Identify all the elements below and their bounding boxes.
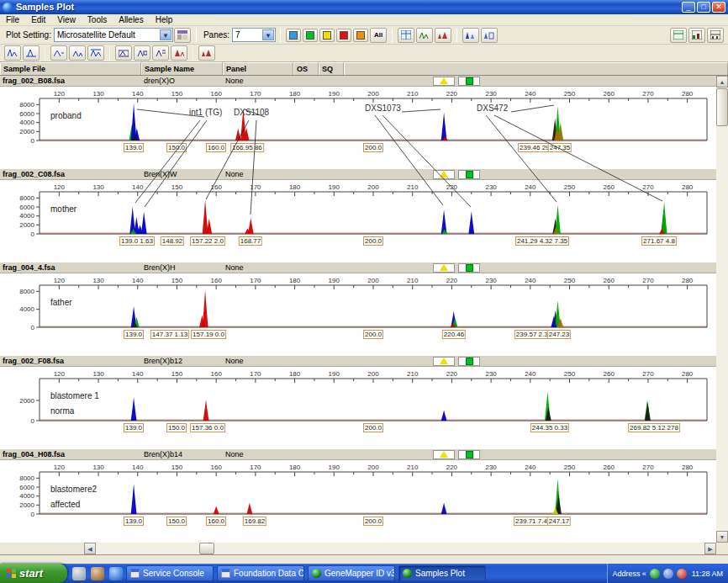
- menu-view[interactable]: View: [51, 15, 82, 24]
- tray-volume-icon[interactable]: [663, 569, 673, 579]
- column-sq[interactable]: SQ: [319, 62, 344, 75]
- electropherogram-plot[interactable]: 1201301401501601701801902002102202302402…: [0, 180, 716, 262]
- zoom-out-x-button[interactable]: [69, 45, 86, 61]
- label-peaks-button[interactable]: [152, 45, 169, 61]
- column-os[interactable]: OS: [293, 62, 319, 75]
- os-flag[interactable]: [433, 357, 455, 366]
- menu-alleles[interactable]: Alleles: [113, 15, 149, 24]
- report-button[interactable]: [198, 45, 215, 61]
- svg-text:240: 240: [525, 370, 536, 378]
- column-sample-file[interactable]: Sample File: [0, 62, 141, 75]
- scroll-up-button[interactable]: ▲: [716, 76, 728, 87]
- svg-text:250: 250: [564, 90, 576, 98]
- scroll-left-button[interactable]: ◀: [84, 543, 96, 554]
- show-table-button[interactable]: [670, 28, 687, 43]
- menu-edit[interactable]: Edit: [25, 15, 51, 24]
- dye-blue-button[interactable]: [286, 29, 301, 42]
- dye-green-button[interactable]: [303, 29, 318, 42]
- os-flag[interactable]: [433, 450, 455, 459]
- close-button[interactable]: ✕: [712, 2, 725, 13]
- tray-alert-icon[interactable]: [677, 569, 687, 579]
- pane-header[interactable]: frag_004_4.fsa Bren(X)H None: [0, 262, 716, 273]
- table-header: Sample FileSample NamePanelOSSQ: [0, 62, 728, 76]
- maximize-button[interactable]: □: [697, 2, 710, 13]
- zoom-to-peaks-button[interactable]: [23, 45, 40, 61]
- sq-flag[interactable]: [458, 170, 480, 179]
- title-bar[interactable]: Samples Plot _ □ ✕: [0, 0, 728, 14]
- allele-label: 160.0: [206, 143, 226, 152]
- pane-plot[interactable]: 1201301401501601701801902002102202302402…: [0, 273, 716, 356]
- pane-header[interactable]: frag_002_F08.fsa Bren(X)b12 None: [0, 356, 716, 367]
- menu-tools[interactable]: Tools: [82, 15, 113, 24]
- all-dyes-button[interactable]: All: [370, 28, 387, 43]
- zoom-in-x-button[interactable]: [50, 45, 67, 61]
- svg-text:250: 250: [564, 370, 576, 378]
- taskbar-button-genemapper-id-v3-2-[interactable]: GeneMapper ID v3.2 ...: [308, 565, 395, 581]
- panes-select[interactable]: 7 ▼: [232, 28, 276, 42]
- scroll-right-button[interactable]: ▶: [704, 543, 716, 554]
- pan-button[interactable]: [87, 45, 104, 61]
- show-genotypes-button[interactable]: [115, 45, 132, 61]
- horizontal-scrollbar[interactable]: ◀ ▶: [0, 543, 728, 554]
- vertical-scrollbar[interactable]: ▲ ▼: [716, 76, 728, 543]
- svg-text:180: 180: [289, 183, 301, 191]
- column-panel[interactable]: Panel: [223, 62, 293, 75]
- overlay-panes-button[interactable]: [462, 28, 479, 43]
- os-flag[interactable]: [433, 77, 455, 86]
- sq-flag[interactable]: [458, 357, 480, 366]
- full-view-button[interactable]: [4, 45, 21, 61]
- sample-name: Bren(X)W: [141, 170, 223, 178]
- mark-offscale-button[interactable]: [171, 45, 187, 61]
- svg-text:120: 120: [54, 464, 66, 471]
- electropherogram-plot[interactable]: 1201301401501601701801902002102202302402…: [0, 460, 716, 543]
- chevron-icon[interactable]: «: [642, 570, 646, 578]
- pane-plot[interactable]: 1201301401501601701801902002102202302402…: [0, 87, 716, 169]
- pane-header[interactable]: frag_004_H08.fsa Bren(X)b14 None: [0, 449, 716, 460]
- tile-panes-button[interactable]: [481, 28, 498, 43]
- horizontal-scroll-thumb[interactable]: [199, 543, 214, 554]
- raw-data-plot-button[interactable]: [416, 28, 433, 43]
- pane-header[interactable]: frag_002_B08.fsa dren(X)O None: [0, 76, 716, 87]
- pane-plot[interactable]: 1201301401501601701801902002102202302402…: [0, 460, 716, 543]
- electropherogram-plot[interactable]: 1201301401501601701801902002102202302402…: [0, 273, 716, 356]
- analyzed-data-plot-button[interactable]: [435, 28, 451, 43]
- quick-launch-app-icon[interactable]: [91, 567, 104, 580]
- sq-flag[interactable]: [458, 263, 480, 273]
- electropherogram-plot[interactable]: 1201301401501601701801902002102202302402…: [0, 87, 716, 169]
- sample-panel: None: [223, 450, 293, 458]
- minimize-button[interactable]: _: [682, 2, 695, 13]
- scroll-down-button[interactable]: ▼: [716, 531, 728, 543]
- start-button[interactable]: start: [0, 564, 67, 583]
- os-flag[interactable]: [433, 263, 455, 273]
- quick-launch-desktop-icon[interactable]: [72, 567, 86, 580]
- taskbar-button-foundation-data-coll-[interactable]: Foundation Data Coll...: [217, 565, 304, 581]
- vertical-scroll-thumb[interactable]: [716, 88, 728, 126]
- sq-flag[interactable]: [458, 450, 480, 459]
- show-plot-button[interactable]: [688, 28, 705, 43]
- tray-status-icon[interactable]: [650, 569, 660, 579]
- pane-plot[interactable]: 1201301401501601701801902002102202302402…: [0, 180, 716, 262]
- taskbar-button-service-console[interactable]: Service Console: [126, 565, 214, 581]
- electropherogram-plot[interactable]: 1201301401501601701801902002102202302402…: [0, 367, 716, 449]
- show-sizes-button[interactable]: [134, 45, 150, 61]
- dye-orange-button[interactable]: [353, 29, 368, 42]
- taskbar-button-samples-plot[interactable]: Samples Plot: [398, 565, 486, 581]
- svg-text:170: 170: [250, 90, 261, 98]
- pane-plot[interactable]: 1201301401501601701801902002102202302402…: [0, 367, 716, 449]
- quick-launch-browser-icon[interactable]: [109, 567, 123, 580]
- split-view-button[interactable]: [707, 28, 724, 43]
- horizontal-scroll-track[interactable]: ◀ ▶: [84, 543, 716, 554]
- menu-file[interactable]: File: [0, 15, 25, 24]
- dye-yellow-button[interactable]: [319, 29, 335, 42]
- svg-text:170: 170: [250, 183, 261, 191]
- plot-setting-select[interactable]: Microsatellite Default ▼: [54, 28, 173, 42]
- pane-header[interactable]: frag_002_C08.fsa Bren(X)W None: [0, 169, 716, 180]
- sq-flag[interactable]: [458, 77, 480, 86]
- dye-red-button[interactable]: [336, 29, 351, 42]
- allele-label: 200.0: [363, 423, 383, 432]
- os-flag[interactable]: [433, 170, 455, 179]
- column-sample-name[interactable]: Sample Name: [141, 62, 223, 75]
- menu-help[interactable]: Help: [150, 15, 179, 24]
- edit-plot-setting-button[interactable]: [174, 28, 191, 43]
- sizing-table-button[interactable]: [398, 28, 414, 43]
